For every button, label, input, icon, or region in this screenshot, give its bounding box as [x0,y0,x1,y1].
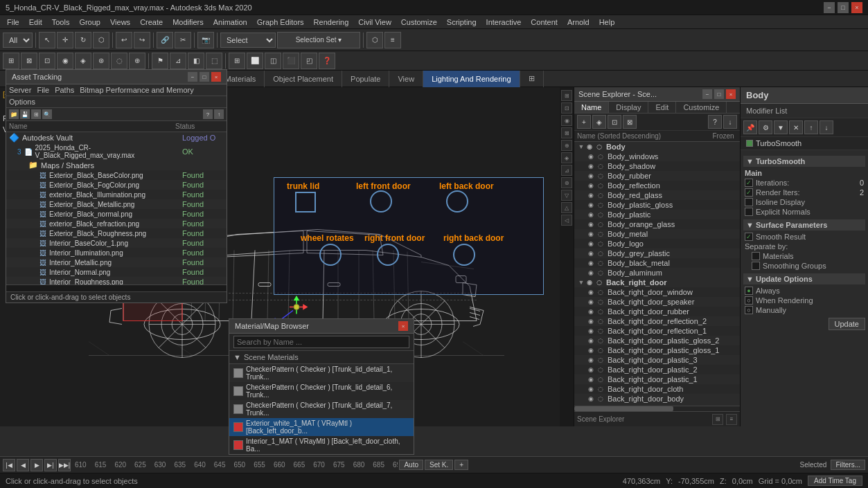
at-menu-server[interactable]: Server [9,86,31,94]
se-item-brd-rubber[interactable]: ◉◌Back_right_door_rubber [574,307,740,316]
when-rendering-radio[interactable]: ○ [745,296,753,305]
se-item-back-right-door[interactable]: ▼ ◉ ◌ Back_right_door [574,278,740,287]
turbosmooth-header[interactable]: ▼ TurboSmooth [743,156,865,167]
se-item-brd-cloth[interactable]: ◉◌Back_right_door_cloth [574,384,740,394]
at-file-int-illumination[interactable]: 🖼 Interior_Illumination.png Found [6,248,227,257]
link-btn[interactable]: 🔗 [157,32,173,48]
isoline-checkbox[interactable] [745,198,753,206]
se-item-body-plastic[interactable]: ◉◌Body_plastic [574,210,740,219]
vp-icon5[interactable]: ⊕ [561,140,572,151]
mb-item-2[interactable]: CheckerPattern ( Checker ) [Trunk_lid_de… [229,382,414,400]
mirror-btn[interactable]: ⬡ [366,32,383,48]
mb-item-4[interactable]: Exterior_white_1_MAT ( VRayMtl ) [Back_l… [229,418,414,436]
se-item-brd-pg1[interactable]: ◉◌Back_right_door_plastic_gloss_1 [574,345,740,355]
se-item-body[interactable]: ▼ ◉ ◌ Body [574,142,740,152]
add-keys-btn[interactable]: + [454,460,468,470]
at-file-refraction[interactable]: 🖼 exterior_Black_refraction.png Found [6,219,227,228]
mode-dropdown[interactable]: All [3,33,33,48]
play-next-btn[interactable]: ▶| [44,459,57,471]
se-item-body-aluminum[interactable]: ◉◌Body_aluminum [574,268,740,278]
mb-item-3[interactable]: CheckerPattern ( Checker ) [Trunk_lid_de… [229,400,414,418]
at-tool3[interactable]: ⊞ [31,109,41,119]
minimize-button[interactable]: − [824,2,835,13]
selection-set-btn[interactable]: Selection Set ▾ [277,32,360,48]
prev-frame-btn[interactable]: |◀ [3,459,15,471]
se-item-body-windows[interactable]: ◉◌Body_windows [574,152,740,161]
at-scrollbar[interactable] [6,284,227,291]
se-tab-name[interactable]: Name [574,102,609,113]
at-tool5[interactable]: ? [203,109,213,119]
se-list-btn[interactable]: ≡ [726,414,737,425]
vp-icon3[interactable]: ◉ [561,115,572,126]
menu-modifiers[interactable]: Modifiers [168,17,208,27]
asset-tree[interactable]: 🔷 Autodesk Vault Logged O 3 📄 2025_Honda… [6,132,227,284]
se-sort-btn[interactable]: ↓ [723,115,737,129]
se-item-brd-speaker[interactable]: ◉◌Back_right_door_speaker [574,297,740,307]
tb2-btn3[interactable]: ⊡ [39,53,55,69]
at-file-int-metallic[interactable]: 🖼 Interior_Metallic.png Found [6,257,227,267]
at-file-normal[interactable]: 🖼 Exterior_Black_normal.png Found [6,209,227,219]
update-button[interactable]: Update [829,318,865,330]
se-item-brd-p3[interactable]: ◉◌Back_right_door_plastic_3 [574,355,740,365]
mod-pin-btn[interactable]: 📌 [743,120,757,134]
iterations-checkbox[interactable]: ✓ [745,179,753,187]
add-time-tag-btn[interactable]: Add Time Tag [808,476,862,486]
se-item-brd-reflection1[interactable]: ◉◌Back_right_door_reflection_1 [574,326,740,336]
tb2-btn13[interactable]: ⊞ [229,53,245,69]
smoothing-groups-checkbox[interactable] [752,262,760,270]
camera-btn[interactable]: 📷 [197,32,214,48]
tb2-btn18[interactable]: ❓ [319,53,335,69]
redo-btn[interactable]: ↪ [134,32,150,48]
menu-content[interactable]: Content [526,17,562,27]
at-file-illumination[interactable]: 🖼 exterior_Black_Illumination.png Found [6,190,227,199]
menu-group[interactable]: Group [75,17,105,27]
next-frame-btn[interactable]: ▶▶| [58,459,71,471]
modifier-entry[interactable]: TurboSmooth [741,137,868,150]
tb2-btn4[interactable]: ◉ [57,53,73,69]
update-header[interactable]: ▼ Update Options [743,273,865,284]
move-btn[interactable]: ✛ [57,32,73,48]
tab-object-placement[interactable]: Object Placement [265,71,342,87]
mod-configure-btn[interactable]: ⚙ [759,120,772,134]
mod-show-btn[interactable]: ▼ [774,120,788,134]
materials-checkbox[interactable] [752,252,760,260]
at-file-item[interactable]: 3 📄 2025_Honda_CR-V_Black_Rigged_max_vra… [6,143,227,160]
se-item-brd-p2[interactable]: ◉◌Back_right_door_plastic_2 [574,365,740,374]
menu-customize[interactable]: Customize [397,17,441,27]
tb2-btn12[interactable]: ⬚ [206,53,222,69]
tb2-btn10[interactable]: ⊿ [170,53,186,69]
vp-icon10[interactable]: △ [561,202,572,213]
render-iters-checkbox[interactable]: ✓ [745,188,753,197]
scale-btn[interactable]: ⬡ [93,32,109,48]
tb2-btn15[interactable]: ◫ [265,53,281,69]
at-minimize-btn[interactable]: − [188,72,197,82]
vp-icon1[interactable]: ⊞ [561,90,572,101]
mod-remove-btn[interactable]: ✕ [789,120,803,134]
play-prev-btn[interactable]: ◀ [17,459,29,471]
at-file-int-normal[interactable]: 🖼 Interior_Normal.png Found [6,267,227,277]
vp-icon4[interactable]: ⊠ [561,127,572,138]
se-tab-display[interactable]: Display [609,102,648,113]
se-tool3[interactable]: ⊡ [608,115,621,129]
select-btn[interactable]: ↖ [39,32,55,48]
mod-move-up-btn[interactable]: ↑ [804,120,818,134]
at-file-int-basecolor[interactable]: 🖼 Interior_BaseColor_1.png Found [6,238,227,248]
se-tool1[interactable]: + [577,115,591,129]
manually-radio[interactable]: ○ [745,306,753,314]
tb2-btn2[interactable]: ⊠ [21,53,37,69]
at-options-row[interactable]: Options [6,96,227,108]
at-vault-item[interactable]: 🔷 Autodesk Vault Logged O [6,132,227,143]
undo-btn[interactable]: ↩ [116,32,132,48]
filters-btn[interactable]: Filters... [831,460,865,470]
tb2-btn7[interactable]: ◌ [111,53,127,69]
menu-scripting[interactable]: Scripting [443,17,481,27]
mod-move-down-btn[interactable]: ↓ [820,120,833,134]
tb2-btn14[interactable]: ⬜ [247,53,263,69]
at-menu-bitmap[interactable]: Bitmap Performance and Memory [80,86,193,94]
close-button[interactable]: × [851,2,862,13]
se-filter-btn[interactable]: ? [708,115,722,129]
mb-close-btn[interactable]: × [398,321,408,331]
se-tab-customize[interactable]: Customize [676,102,727,113]
at-tool1[interactable]: 📁 [9,109,19,119]
se-minimize-btn[interactable]: − [702,89,712,99]
